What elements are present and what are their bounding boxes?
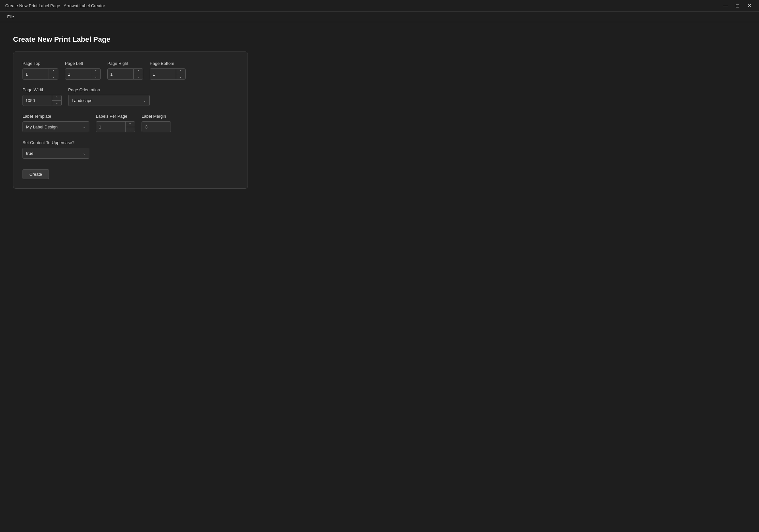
uppercase-group: Set Content To Uppercase? true ⌄ [22,140,89,159]
page-width-down-button[interactable]: ⌄ [52,101,61,106]
page-right-label: Page Right [107,61,143,66]
page-top-down-button[interactable]: ⌄ [49,74,58,80]
form-card: Page Top 1 ⌃ ⌄ Page Left 1 ⌃ ⌄ [13,52,248,189]
page-orientation-group: Page Orientation Landscape ⌄ [68,87,150,106]
page-top-up-button[interactable]: ⌃ [49,69,58,74]
create-button[interactable]: Create [22,169,49,179]
label-template-value: My Label Design [26,125,58,130]
page-left-group: Page Left 1 ⌃ ⌄ [65,61,101,80]
page-bottom-value: 1 [150,72,176,77]
page-left-spinner[interactable]: 1 ⌃ ⌄ [65,68,101,80]
page-orientation-label: Page Orientation [68,87,150,92]
menu-bar: File [0,12,759,22]
page-orientation-value: Landscape [72,98,93,103]
page-bottom-spinner-buttons: ⌃ ⌄ [176,69,185,79]
page-left-label: Page Left [65,61,101,66]
page-title: Create New Print Label Page [13,35,746,44]
uppercase-row: Set Content To Uppercase? true ⌄ [22,140,238,159]
page-top-label: Page Top [22,61,59,66]
page-top-group: Page Top 1 ⌃ ⌄ [22,61,59,80]
label-template-group: Label Template My Label Design ⌄ [22,114,89,133]
uppercase-chevron-down-icon: ⌄ [83,151,86,156]
page-left-value: 1 [65,72,91,77]
page-width-up-button[interactable]: ⌃ [52,95,61,101]
page-top-spinner[interactable]: 1 ⌃ ⌄ [22,68,59,80]
title-bar-controls: — □ ✕ [721,2,754,10]
label-margin-input[interactable] [141,121,171,133]
label-settings-row: Label Template My Label Design ⌄ Labels … [22,114,238,133]
page-bottom-group: Page Bottom 1 ⌃ ⌄ [150,61,185,80]
labels-per-page-spinner[interactable]: 1 ⌃ ⌄ [96,121,135,133]
page-width-label: Page Width [22,87,61,92]
labels-per-page-down-button[interactable]: ⌄ [126,127,135,133]
page-bottom-down-button[interactable]: ⌄ [176,74,185,80]
label-margin-label: Label Margin [141,114,171,119]
uppercase-dropdown[interactable]: true ⌄ [22,148,89,159]
labels-per-page-spinner-buttons: ⌃ ⌄ [125,122,135,132]
page-right-spinner[interactable]: 1 ⌃ ⌄ [107,68,143,80]
page-right-down-button[interactable]: ⌄ [134,74,143,80]
page-orientation-chevron-down-icon: ⌄ [143,98,146,103]
page-width-spinner[interactable]: 1050 ⌃ ⌄ [22,95,61,106]
page-width-value: 1050 [23,98,52,103]
label-template-chevron-down-icon: ⌄ [83,125,86,129]
create-button-row: Create [22,167,238,179]
page-right-spinner-buttons: ⌃ ⌄ [134,69,143,79]
page-orientation-dropdown[interactable]: Landscape ⌄ [68,95,150,106]
label-margin-group: Label Margin [141,114,171,133]
labels-per-page-up-button[interactable]: ⌃ [126,122,135,127]
page-top-spinner-buttons: ⌃ ⌄ [49,69,58,79]
page-right-group: Page Right 1 ⌃ ⌄ [107,61,143,80]
labels-per-page-label: Labels Per Page [96,114,135,119]
minimize-button[interactable]: — [721,2,730,10]
page-left-spinner-buttons: ⌃ ⌄ [91,69,100,79]
label-template-label: Label Template [22,114,89,119]
maximize-button[interactable]: □ [733,2,742,10]
page-right-up-button[interactable]: ⌃ [134,69,143,74]
label-template-dropdown[interactable]: My Label Design ⌄ [22,121,89,133]
page-left-up-button[interactable]: ⌃ [91,69,100,74]
width-orientation-row: Page Width 1050 ⌃ ⌄ Page Orientation Lan… [22,87,238,106]
close-button[interactable]: ✕ [745,2,754,10]
window-title: Create New Print Label Page - Arrowat La… [5,3,105,8]
page-width-group: Page Width 1050 ⌃ ⌄ [22,87,61,106]
page-bottom-label: Page Bottom [150,61,185,66]
page-left-down-button[interactable]: ⌄ [91,74,100,80]
page-right-value: 1 [108,72,134,77]
page-bottom-up-button[interactable]: ⌃ [176,69,185,74]
page-bottom-spinner[interactable]: 1 ⌃ ⌄ [150,68,185,80]
main-content: Create New Print Label Page Page Top 1 ⌃… [0,22,759,202]
labels-per-page-value: 1 [96,125,125,130]
file-menu-item[interactable]: File [4,13,17,20]
page-width-spinner-buttons: ⌃ ⌄ [52,95,61,106]
margins-row: Page Top 1 ⌃ ⌄ Page Left 1 ⌃ ⌄ [22,61,238,80]
page-top-value: 1 [23,72,49,77]
title-bar: Create New Print Label Page - Arrowat La… [0,0,759,12]
uppercase-value: true [26,151,33,156]
labels-per-page-group: Labels Per Page 1 ⌃ ⌄ [96,114,135,133]
uppercase-label: Set Content To Uppercase? [22,140,89,145]
